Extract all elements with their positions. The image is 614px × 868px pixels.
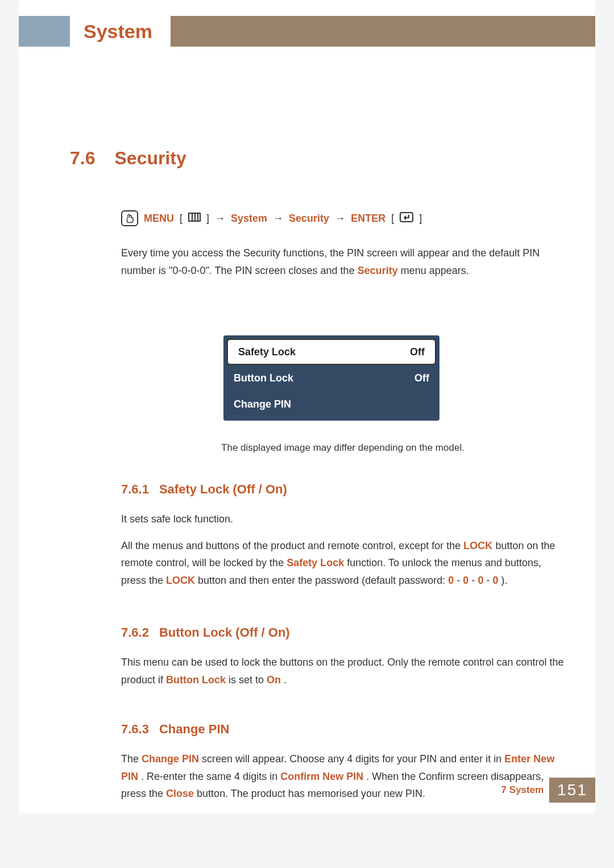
subsection-button-lock: 7.6.2 Button Lock (Off / On) This menu c… [121,625,565,697]
intro-text-1: Every time you access the Security funct… [121,247,540,276]
menu-row-safety-lock: Safety Lock Off [227,339,436,365]
intro-highlight: Security [358,265,398,276]
menu-row-change-pin: Change PIN [223,391,439,417]
subsection-heading: 7.6.3 Change PIN [121,722,565,737]
subsection-title: Change PIN [159,722,229,737]
header-right-band [171,16,595,47]
intro-paragraph: Every time you access the Security funct… [121,244,565,279]
footer-page-number: 151 [549,778,595,803]
breadcrumb-security: Security [289,213,329,225]
header-band: System [19,16,595,47]
sub2-p1: This menu can be used to lock the button… [121,654,565,688]
enter-label: ENTER [351,213,385,225]
section-heading: 7.6 Security [70,148,186,169]
on-keyword: On [267,674,281,686]
confirm-new-pin-keyword: Confirm New PIN [280,771,363,782]
subsection-number: 7.6.2 [121,625,149,640]
subsection-heading: 7.6.1 Safety Lock (Off / On) [121,482,565,497]
safety-lock-keyword: Safety Lock [287,557,344,568]
subsection-title: Button Lock (Off / On) [159,625,290,640]
menu-row-label: Button Lock [234,372,293,384]
close-bracket-2: ] [419,213,422,225]
close-keyword: Close [166,788,194,799]
menu-row-label: Change PIN [234,398,291,410]
subsection-change-pin: 7.6.3 Change PIN The Change PIN screen w… [121,722,565,812]
open-bracket-1: [ [180,213,182,225]
lock-keyword: LOCK [166,575,195,586]
enter-button-icon [400,212,413,225]
sub1-p2: All the menus and buttons of the product… [121,537,565,589]
pin-digit: 0 [463,575,468,586]
button-lock-keyword: Button Lock [166,674,226,686]
footer-chapter: 7 System [501,784,544,796]
change-pin-keyword: Change PIN [142,753,199,765]
arrow-icon: → [273,213,283,225]
intro-text-2: menu appears. [401,265,469,276]
breadcrumb-system: System [231,213,267,225]
subsection-number: 7.6.3 [121,722,149,737]
menu-row-button-lock: Button Lock Off [223,365,439,391]
pin-digit: 0 [448,575,454,586]
subsection-title: Safety Lock (Off / On) [159,482,287,497]
arrow-icon: → [215,213,225,225]
header-tab-accent [19,16,70,47]
open-bracket-2: [ [391,213,394,225]
section-number: 7.6 [70,148,95,169]
page-footer: 7 System 151 [501,778,595,803]
menu-label: MENU [144,213,174,225]
menu-row-value: Off [410,346,425,358]
menu-row-value: Off [414,372,429,384]
security-menu-screenshot: Safety Lock Off Button Lock Off Change P… [223,335,439,421]
section-title: Security [114,148,186,169]
subsection-safety-lock: 7.6.1 Safety Lock (Off / On) It sets saf… [121,482,565,598]
sub1-p1: It sets safe lock function. [121,510,565,528]
breadcrumb: MENU [ ] → System → Security → ENTER [ ] [121,210,422,226]
menu-button-icon [188,213,201,225]
lock-keyword: LOCK [463,540,492,551]
subsection-heading: 7.6.2 Button Lock (Off / On) [121,625,565,640]
pin-digit: 0 [478,575,483,586]
menu-row-label: Safety Lock [238,346,296,358]
subsection-number: 7.6.1 [121,482,149,497]
manual-page: System 7.6 Security MENU [ ] → System → … [19,0,595,813]
sub3-p1: The Change PIN screen will appear. Choos… [121,750,565,803]
pin-digit: 0 [492,575,498,586]
hand-remote-icon [121,210,138,226]
screenshot-caption: The displayed image may differ depending… [121,442,565,454]
close-bracket-1: ] [206,213,209,225]
arrow-icon: → [335,213,345,225]
chapter-title: System [84,20,152,43]
